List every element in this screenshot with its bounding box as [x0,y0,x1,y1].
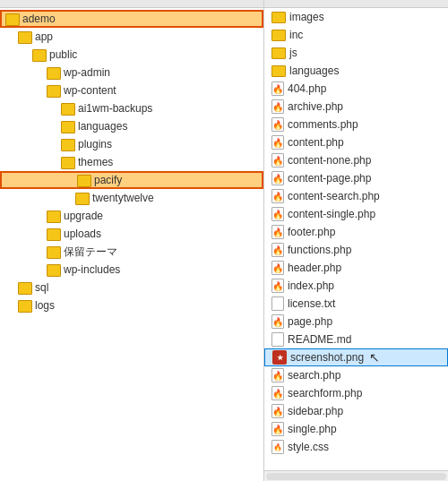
tree-item-label: wp-content [64,84,116,97]
file-item-404php[interactable]: 🔥404.php [264,80,448,98]
file-item-contentsearch[interactable]: 🔥content-search.php [264,187,448,205]
tree-item-label: pacify [94,174,122,186]
php-file-icon: 🔥 [271,243,284,257]
php-file-icon: 🔥 [271,171,284,185]
file-item-page[interactable]: 🔥page.php [264,313,448,331]
file-label: 404.php [288,82,326,95]
file-item-functions[interactable]: 🔥functions.php [264,241,448,259]
folder-icon [18,282,32,295]
left-panel-header [0,0,263,8]
folder-icon [47,67,61,80]
folder-icon [32,49,47,62]
file-label: languages [289,64,339,77]
tree-item-label: twentytwelve [92,192,154,204]
folder-icon [271,47,286,59]
png-file-icon: ★ [272,350,287,365]
file-item-style[interactable]: 🔥style.css [264,438,448,456]
tree-item-uploads[interactable]: uploads [0,225,263,243]
file-item-contentpage[interactable]: 🔥content-page.php [264,169,448,187]
tree-item-twentytwelve[interactable]: twentytwelve [0,189,263,207]
file-label: style.css [288,441,329,453]
folder-icon [271,12,286,23]
php-file-icon: 🔥 [271,225,284,239]
tree-item-label: ademo [22,13,56,25]
tree-item-sql[interactable]: sql [0,279,263,296]
tree-item-label: upgrade [64,210,103,222]
file-item-search[interactable]: 🔥search.php [264,366,448,384]
tree-item-public[interactable]: public [0,46,263,64]
php-file-icon: 🔥 [271,207,284,221]
tree-item-label: wp-includes [64,263,120,276]
right-panel-header [264,0,448,8]
file-label: searchform.php [288,387,362,399]
tree-item-保留テーマ[interactable]: 保留テーマ [0,243,263,261]
scrollbar-track [266,473,446,480]
php-file-icon: 🔥 [271,386,284,400]
file-item-readme[interactable]: README.md [264,331,448,348]
file-item-license[interactable]: license.txt [264,295,448,313]
horizontal-scrollbar[interactable] [264,470,448,481]
folder-icon [271,30,286,41]
file-item-commentsphp[interactable]: 🔥comments.php [264,116,448,133]
tree-item-wp-admin[interactable]: wp-admin [0,64,263,82]
file-item-images[interactable]: images [264,8,448,26]
file-item-contentsingle[interactable]: 🔥content-single.php [264,205,448,223]
tree-item-plugins[interactable]: plugins [0,135,263,153]
php-file-icon: 🔥 [271,135,284,150]
file-label: content-page.php [288,172,371,185]
file-item-index[interactable]: 🔥index.php [264,277,448,295]
tree-item-languages[interactable]: languages [0,117,263,135]
file-item-contentphp[interactable]: 🔥content.php [264,133,448,151]
file-label: inc [289,29,303,41]
md-file-icon [271,332,284,347]
file-label: footer.php [288,226,335,238]
file-item-archivephp[interactable]: 🔥archive.php [264,98,448,116]
tree-item-themes[interactable]: themes [0,153,263,171]
tree-item-label: public [49,48,77,61]
folder-icon [47,210,61,223]
file-item-single[interactable]: 🔥single.php [264,420,448,438]
tree-item-wp-includes[interactable]: wp-includes [0,261,263,279]
file-label: js [289,47,297,59]
php-file-icon: 🔥 [271,261,284,275]
folder-icon [5,13,20,26]
folder-icon [75,193,90,205]
tree-item-label: themes [78,156,113,168]
file-label: page.php [288,315,332,328]
php-file-icon: 🔥 [271,153,284,167]
tree-item-label: app [35,30,53,43]
tree-item-label: uploads [64,228,101,240]
right-panel: imagesincjslanguages🔥404.php🔥archive.php… [264,0,448,481]
php-file-icon: 🔥 [271,314,284,329]
tree-item-ademo[interactable]: ademo [0,10,263,28]
file-item-inc[interactable]: inc [264,26,448,44]
txt-file-icon [271,296,284,311]
file-label: comments.php [288,118,358,131]
file-item-footer[interactable]: 🔥footer.php [264,223,448,241]
file-item-js[interactable]: js [264,44,448,62]
tree-item-label: plugins [78,138,112,150]
folder-icon [47,246,61,259]
tree-item-upgrade[interactable]: upgrade [0,207,263,225]
file-label: content-none.php [288,154,371,167]
tree-item-pacify[interactable]: pacify [0,171,263,189]
file-item-languages[interactable]: languages [264,62,448,80]
file-label: content-single.php [288,208,375,220]
folder-icon [47,228,61,241]
left-panel: ademoapppublicwp-adminwp-contentai1wm-ba… [0,0,264,481]
tree-item-app[interactable]: app [0,28,263,46]
tree-item-ai1wm-backups[interactable]: ai1wm-backups [0,99,263,117]
file-item-sidebar[interactable]: 🔥sidebar.php [264,402,448,420]
file-item-header[interactable]: 🔥header.php [264,259,448,277]
php-file-icon: 🔥 [271,99,284,114]
file-item-screenshot[interactable]: ★screenshot.png↖ [264,348,448,366]
php-file-icon: 🔥 [271,279,284,293]
tree-item-logs[interactable]: logs [0,296,263,314]
file-item-searchform[interactable]: 🔥searchform.php [264,384,448,402]
right-panel-content: imagesincjslanguages🔥404.php🔥archive.php… [264,8,448,470]
tree-item-label: sql [35,281,48,294]
file-item-contentnone[interactable]: 🔥content-none.php [264,151,448,169]
php-file-icon: 🔥 [271,404,284,418]
php-file-icon: 🔥 [271,82,284,96]
tree-item-wp-content[interactable]: wp-content [0,82,263,99]
